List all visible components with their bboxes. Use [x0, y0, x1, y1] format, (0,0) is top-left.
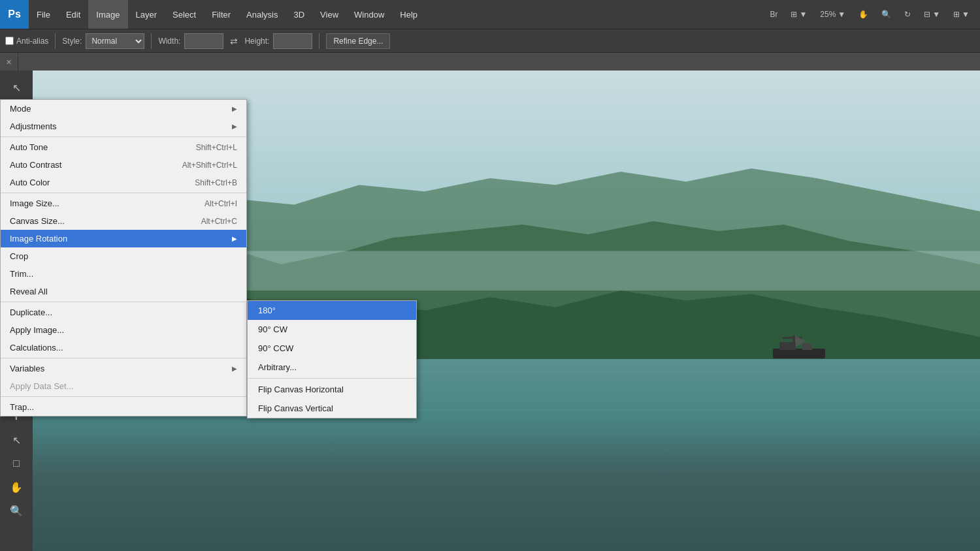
menu-trap-item[interactable]: Trap...	[1, 398, 246, 416]
tool-move[interactable]: ↖	[6, 77, 27, 98]
menu-image-rotation-item[interactable]: Image Rotation ▶	[1, 230, 246, 247]
menu-apply-image-item[interactable]: Apply Image...	[1, 321, 246, 339]
width-label: Width:	[158, 37, 180, 46]
menu-apply-image-label: Apply Image...	[10, 325, 64, 335]
menu-filter[interactable]: Filter	[204, 0, 238, 29]
tool-shape[interactable]: □	[6, 453, 27, 474]
submenu-90cw-item[interactable]: 90° CW	[248, 320, 416, 339]
menu-sep-4	[1, 358, 246, 358]
menu-reveal-all-item[interactable]: Reveal All	[1, 283, 246, 300]
boat-svg	[760, 329, 838, 368]
menu-auto-color-shortcut: Shift+Ctrl+B	[195, 178, 237, 187]
menu-canvas-size-item[interactable]: Canvas Size... Alt+Ctrl+C	[1, 212, 246, 230]
menu-apply-data-set-item[interactable]: Apply Data Set...	[1, 377, 246, 395]
rotate-view-btn[interactable]: ↻	[899, 8, 916, 20]
menu-mode-item[interactable]: Mode ▶	[1, 100, 246, 118]
menu-auto-contrast-shortcut: Alt+Shift+Ctrl+L	[182, 161, 237, 170]
toolbar-sep-1	[55, 33, 56, 49]
submenu-arbitrary-item[interactable]: Arbitrary...	[248, 358, 416, 377]
menu-sep-3	[1, 302, 246, 302]
hand-icon: ✋	[858, 10, 868, 19]
bridge-btn[interactable]: Br	[764, 8, 783, 20]
menu-crop-item[interactable]: Crop	[1, 247, 246, 265]
menu-image[interactable]: Image	[88, 0, 127, 29]
view-toggle-btn[interactable]: ⊞ ▼	[785, 8, 812, 20]
menu-view[interactable]: View	[312, 0, 346, 29]
menubar-right: Br ⊞ ▼ 25% ▼ ✋ 🔍 ↻ ⊟ ▼ ⊞ ▼	[764, 8, 980, 20]
zoom-display[interactable]: 25% ▼	[815, 8, 851, 20]
submenu-flip-v-item[interactable]: Flip Canvas Vertical	[248, 399, 416, 418]
menu-window[interactable]: Window	[346, 0, 392, 29]
rotation-submenu: 180° 90° CW 90° CCW Arbitrary... Flip Ca…	[247, 300, 417, 418]
arrange-icon: ⊞	[953, 10, 960, 19]
menu-auto-tone-item[interactable]: Auto Tone Shift+Ctrl+L	[1, 138, 246, 156]
tool-hand[interactable]: ✋	[6, 477, 27, 497]
menu-variables-label: Variables	[10, 364, 44, 373]
menu-canvas-size-shortcut: Alt+Ctrl+C	[201, 217, 237, 226]
layout-btn[interactable]: ⊟ ▼	[919, 8, 945, 20]
svg-rect-14	[802, 343, 812, 350]
zoom-tool-btn[interactable]: 🔍	[876, 8, 896, 20]
tool-zoom[interactable]: 🔍	[6, 500, 27, 521]
menu-sep-1	[1, 136, 246, 137]
menu-image-size-label: Image Size...	[10, 198, 59, 208]
menu-auto-color-item[interactable]: Auto Color Shift+Ctrl+B	[1, 174, 246, 191]
menu-3d[interactable]: 3D	[286, 0, 312, 29]
width-input[interactable]	[184, 33, 223, 49]
menu-crop-label: Crop	[10, 251, 28, 261]
menu-calculations-item[interactable]: Calculations...	[1, 339, 246, 356]
menu-auto-contrast-item[interactable]: Auto Contrast Alt+Shift+Ctrl+L	[1, 156, 246, 174]
menu-trap-label: Trap...	[10, 402, 34, 412]
menu-canvas-size-label: Canvas Size...	[10, 216, 65, 226]
rotate-icon: ↻	[904, 10, 911, 19]
menu-adjustments-label: Adjustments	[10, 121, 57, 131]
svg-rect-13	[779, 342, 796, 350]
menu-select[interactable]: Select	[165, 0, 204, 29]
view-toggle-icon: ⊞	[791, 10, 797, 19]
style-label: Style:	[62, 37, 82, 46]
menu-adjustments-arrow: ▶	[232, 123, 237, 130]
toolbar-sep-3	[319, 33, 319, 49]
menu-image-rotation-label: Image Rotation	[10, 234, 67, 244]
menu-layer[interactable]: Layer	[128, 0, 165, 29]
menu-edit[interactable]: Edit	[58, 0, 88, 29]
anti-alias-container: Anti-alias	[5, 37, 48, 46]
menu-image-size-shortcut: Alt+Ctrl+I	[204, 199, 237, 208]
menu-image-size-item[interactable]: Image Size... Alt+Ctrl+I	[1, 195, 246, 212]
tool-path-selection[interactable]: ↖	[6, 430, 27, 450]
menu-auto-tone-shortcut: Shift+Ctrl+L	[196, 143, 237, 152]
menu-auto-color-label: Auto Color	[10, 178, 50, 187]
zoom-icon: 🔍	[881, 10, 891, 19]
hand-tool-btn[interactable]: ✋	[853, 8, 874, 20]
canvas-area: ↖ ⬚ ⌒ ✦ ⊡ ✒ ⊕ ✏ ⊞ ↩ ◻ ▣ ○ ✒ T ↖ □ ✋ 🔍	[0, 71, 980, 551]
submenu-90ccw-item[interactable]: 90° CCW	[248, 339, 416, 358]
menu-auto-contrast-label: Auto Contrast	[10, 160, 62, 170]
submenu-180-item[interactable]: 180°	[248, 301, 416, 320]
menu-adjustments-item[interactable]: Adjustments ▶	[1, 118, 246, 135]
view-toggle-arrow: ▼	[799, 10, 807, 19]
toolbar: Anti-alias Style: Normal Width: ⇄ Height…	[0, 29, 980, 52]
menu-file[interactable]: File	[29, 0, 58, 29]
swap-icon[interactable]: ⇄	[227, 35, 240, 48]
submenu-flip-h-item[interactable]: Flip Canvas Horizontal	[248, 380, 416, 399]
anti-alias-label: Anti-alias	[16, 37, 48, 46]
menu-duplicate-label: Duplicate...	[10, 307, 52, 317]
menu-trim-item[interactable]: Trim...	[1, 265, 246, 283]
anti-alias-checkbox[interactable]	[5, 37, 14, 45]
menu-mode-label: Mode	[10, 104, 31, 114]
refine-edge-btn[interactable]: Refine Edge...	[326, 33, 390, 49]
menu-trim-label: Trim...	[10, 269, 33, 279]
menu-help[interactable]: Help	[392, 0, 425, 29]
ps-logo: Ps	[0, 0, 29, 29]
tabbar: ×	[0, 52, 980, 71]
height-input[interactable]	[273, 33, 312, 49]
zoom-arrow: ▼	[838, 10, 845, 19]
style-select[interactable]: Normal	[86, 33, 144, 49]
menu-duplicate-item[interactable]: Duplicate...	[1, 304, 246, 321]
tab-close-btn[interactable]: ×	[0, 53, 18, 71]
menu-analysis[interactable]: Analysis	[238, 0, 286, 29]
menu-sep-5	[1, 396, 246, 397]
arrange-btn[interactable]: ⊞ ▼	[948, 8, 975, 20]
menu-variables-item[interactable]: Variables ▶	[1, 360, 246, 377]
menu-sep-2	[1, 193, 246, 193]
